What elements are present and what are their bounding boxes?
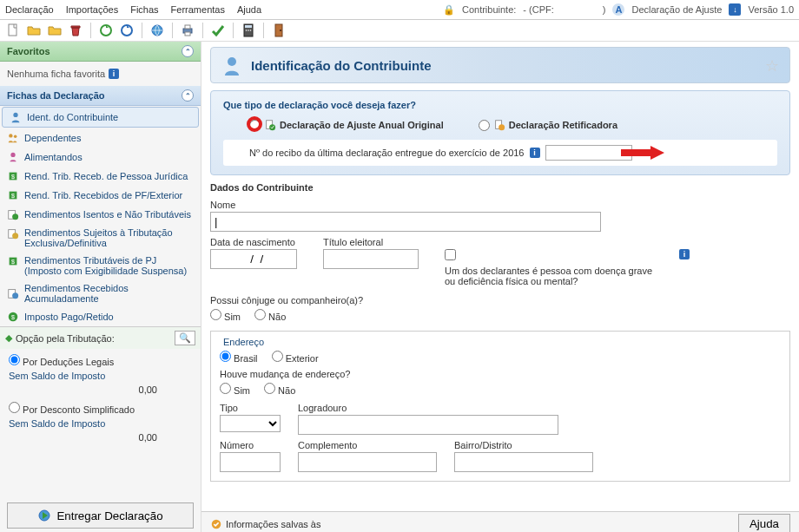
page-title: Identificação do Contribuinte	[251, 58, 432, 73]
menu-fichas[interactable]: Fichas	[130, 4, 158, 15]
pais-exterior[interactable]: Exterior	[272, 351, 319, 364]
svg-point-14	[13, 113, 17, 117]
nav-rend-acumulado[interactable]: Rendimentos Recebidos Acumuladamente	[0, 279, 201, 307]
nav-rend-exclusiva[interactable]: Rendimentos Sujeitos à Tributação Exclus…	[0, 224, 201, 252]
recibo-row: Nº do recibo da última declaração entreg…	[223, 140, 777, 166]
nav-rend-pf[interactable]: $Rend. Trib. Recebidos de PF/Exterior	[0, 186, 201, 205]
complemento-input[interactable]	[298, 452, 437, 472]
conjuge-sim[interactable]: Sim	[210, 309, 241, 322]
opt-deducoes[interactable]: Por Deduções Legais	[9, 357, 114, 367]
globe-icon[interactable]	[149, 23, 165, 38]
folder-icon[interactable]	[47, 23, 63, 38]
fichas-header[interactable]: Fichas da Declaração ⌃	[0, 86, 201, 106]
sim-label: Sim	[224, 312, 241, 322]
collapse-icon[interactable]: ⌃	[182, 45, 194, 57]
entregar-label: Entregar Declaração	[56, 509, 162, 522]
nav-rend-pj[interactable]: $Rend. Trib. Receb. de Pessoa Jurídica	[0, 167, 201, 186]
endereco-legend: Endereço	[220, 337, 267, 347]
favorite-star-icon[interactable]: ☆	[765, 56, 779, 76]
svg-point-17	[10, 153, 15, 157]
titulo-input[interactable]	[323, 249, 419, 269]
nav-rend-suspensa[interactable]: $Rendimentos Tributáveis de PJ (Imposto …	[0, 252, 201, 279]
radio-conjuge-sim[interactable]	[210, 309, 221, 320]
print-icon[interactable]	[180, 23, 195, 38]
info-icon[interactable]: i	[679, 249, 690, 259]
red-arrow-annotation	[621, 146, 664, 160]
check-icon[interactable]	[210, 23, 226, 38]
info-icon[interactable]: i	[109, 69, 119, 79]
tributacao-header: ◆Opção pela Tributação: 🔍	[0, 326, 201, 349]
mudanca-sim[interactable]: Sim	[220, 383, 250, 396]
radio-conjuge-nao[interactable]	[254, 309, 266, 320]
radio-mudanca-nao[interactable]	[264, 383, 275, 394]
menu-declaracao[interactable]: Declaração	[5, 4, 54, 15]
nav-label: Imposto Pago/Retido	[24, 312, 114, 322]
nao-label-2: Não	[278, 385, 295, 396]
menu-ferramentas[interactable]: Ferramentas	[171, 4, 225, 15]
collapse-icon[interactable]: ⌃	[182, 89, 194, 102]
nav-imposto-pago[interactable]: $Imposto Pago/Retido	[0, 307, 201, 326]
opt-original[interactable]: Declaração de Ajuste Anual Original	[249, 119, 444, 131]
calculator-icon[interactable]	[241, 23, 256, 38]
refresh-blue-icon[interactable]	[119, 23, 135, 38]
svg-rect-6	[185, 32, 190, 36]
recibo-input[interactable]	[545, 145, 632, 161]
nome-input[interactable]	[210, 212, 601, 232]
person-icon	[221, 55, 242, 76]
bairro-input[interactable]	[454, 452, 593, 472]
opt-retificadora[interactable]: Declaração Retificadora	[479, 119, 617, 131]
recibo-label: Nº do recibo da última declaração entreg…	[249, 148, 525, 158]
opt-simplificado[interactable]: Por Desconto Simplificado	[9, 404, 135, 415]
mudanca-nao[interactable]: Não	[264, 383, 295, 396]
radio-simplificado[interactable]	[9, 402, 20, 413]
exit-icon[interactable]	[271, 23, 287, 38]
new-doc-icon[interactable]	[5, 23, 21, 38]
pais-brasil[interactable]: Brasil	[220, 351, 258, 364]
cpf-close: )	[603, 4, 606, 15]
nav-list: Ident. do Contribuinte Dependentes Alime…	[0, 106, 201, 326]
info-icon[interactable]: i	[530, 148, 540, 158]
question-box: Que tipo de declaração você deseja fazer…	[210, 90, 790, 175]
refresh-green-icon[interactable]	[98, 23, 114, 38]
svg-point-16	[14, 135, 17, 139]
ajuda-button[interactable]: Ajuda	[738, 514, 790, 532]
open-folder-icon[interactable]	[26, 23, 42, 38]
menu-importacoes[interactable]: Importações	[66, 4, 119, 15]
nav-dependentes[interactable]: Dependentes	[0, 128, 201, 148]
radio-brasil[interactable]	[220, 351, 231, 362]
nav-label: Rend. Trib. Recebidos de PF/Exterior	[24, 190, 182, 200]
logradouro-input[interactable]	[298, 415, 558, 435]
dn-input[interactable]	[210, 249, 297, 269]
nav-label: Dependentes	[24, 133, 81, 143]
radio-exterior[interactable]	[272, 351, 283, 362]
radio-retificadora[interactable]	[479, 120, 490, 131]
saldo-value-2: 0,00	[9, 432, 192, 443]
decl-ajuste-label: Declaração de Ajuste	[631, 4, 722, 15]
radio-deducoes[interactable]	[9, 354, 20, 365]
favoritos-header[interactable]: Favoritos ⌃	[0, 42, 201, 62]
svg-point-23	[12, 213, 18, 220]
version-label: Versão 1.0	[748, 4, 794, 15]
svg-text:$: $	[11, 193, 15, 199]
globe-submit-icon	[37, 509, 51, 522]
opt-label: Por Deduções Legais	[23, 357, 114, 367]
nav-alimentandos[interactable]: Alimentandos	[0, 148, 201, 167]
entregar-button[interactable]: Entregar Declaração	[7, 502, 194, 529]
trash-icon[interactable]	[68, 23, 83, 38]
brasil-label: Brasil	[234, 353, 258, 364]
menu-ajuda[interactable]: Ajuda	[237, 4, 261, 15]
svg-point-13	[280, 30, 281, 31]
favoritos-empty: Nenhuma ficha favorita	[7, 69, 105, 79]
nav-ident-contribuinte[interactable]: Ident. do Contribuinte	[2, 107, 199, 128]
nav-rend-isentos[interactable]: Rendimentos Isentos e Não Tributáveis	[0, 205, 201, 224]
logradouro-label: Logradouro	[298, 403, 558, 413]
dados-title: Dados do Contribuinte	[210, 182, 790, 193]
conjuge-nao[interactable]: Não	[254, 309, 286, 322]
search-button[interactable]: 🔍	[175, 331, 195, 345]
doenca-checkbox[interactable]	[445, 249, 456, 260]
tipo-select[interactable]	[220, 415, 281, 432]
nav-label: Ident. do Contribuinte	[27, 112, 118, 122]
radio-mudanca-sim[interactable]	[220, 383, 231, 394]
numero-input[interactable]	[220, 452, 281, 472]
nao-label: Não	[268, 312, 286, 322]
